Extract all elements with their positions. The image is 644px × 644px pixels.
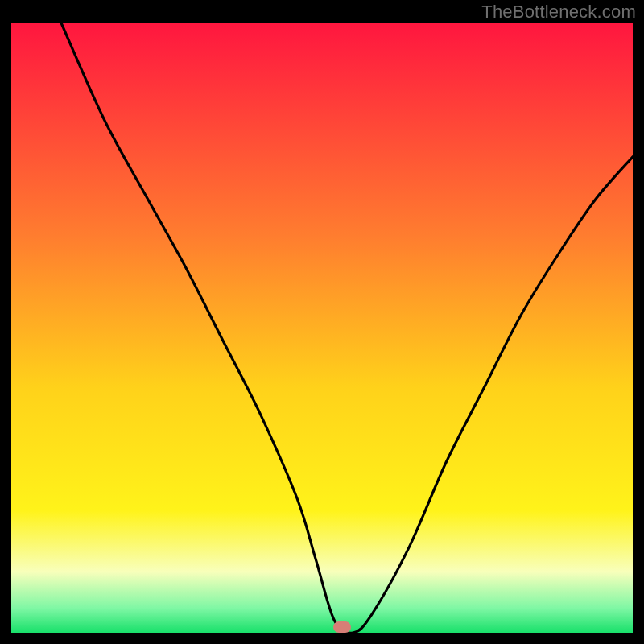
plot-background xyxy=(11,23,633,633)
optimal-marker xyxy=(333,621,351,633)
watermark-text: TheBottleneck.com xyxy=(481,2,636,23)
outer-frame: TheBottleneck.com xyxy=(0,0,644,644)
bottleneck-plot xyxy=(11,23,633,633)
